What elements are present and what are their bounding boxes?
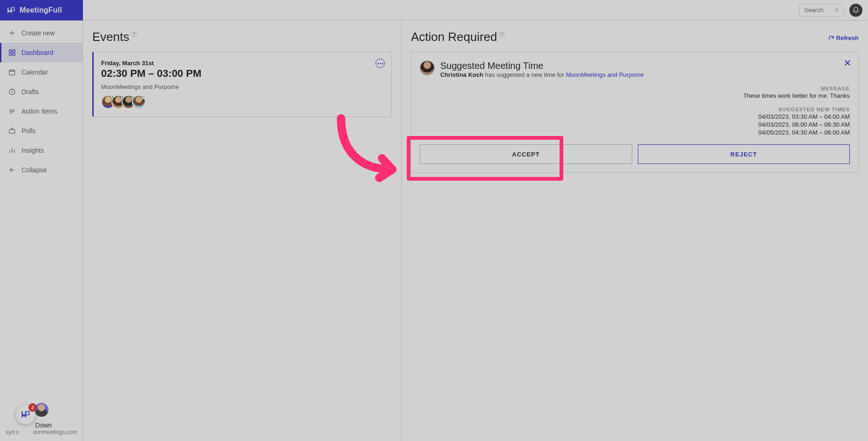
user-name: Down [6, 421, 77, 429]
suggested-time: 04/05/2023, 04:30 AM – 06:00 AM [420, 129, 850, 136]
logo-icon [7, 6, 16, 15]
main-content: Events Friday, March 31st 02:30 PM – 03:… [83, 20, 868, 441]
event-date: Friday, March 31st [101, 60, 384, 67]
search-icon [834, 7, 840, 14]
sidebar-user: Down syd.oxxxxxoonmeetings.com 2 [0, 403, 82, 435]
svg-rect-3 [9, 53, 12, 55]
event-card[interactable]: Friday, March 31st 02:30 PM – 03:00 PM M… [92, 52, 392, 117]
user-email: syd.oxxxxxoonmeetings.com [6, 429, 77, 435]
clock-icon [8, 88, 16, 95]
svg-rect-1 [9, 50, 12, 52]
sidebar-create-button[interactable]: Create new [0, 23, 82, 43]
sidebar-item-action-items[interactable]: Action Items [0, 102, 82, 121]
sidebar-item-label: Action Items [21, 108, 57, 115]
suggested-time: 04/03/2023, 03:30 AM – 04:00 AM [420, 113, 850, 120]
suggested-meeting-heading: Suggested Meeting Time [440, 61, 643, 71]
suggested-time: 04/03/2023, 06:00 AM – 06:30 AM [420, 121, 850, 128]
sidebar-item-label: Insights [21, 147, 44, 154]
meeting-link[interactable]: MoonMeetings and Purpome [566, 71, 644, 78]
suggested-meeting-subtext: Christina Koch has suggested a new time … [440, 71, 643, 78]
event-more-button[interactable] [376, 59, 385, 68]
sidebar-item-dashboard[interactable]: Dashboard [0, 43, 82, 62]
list-icon [8, 108, 16, 115]
notifications-button[interactable] [849, 4, 862, 17]
help-icon[interactable] [499, 32, 505, 37]
calendar-icon [8, 68, 16, 76]
events-title: Events [92, 30, 392, 44]
sidebar-item-calendar[interactable]: Calendar [0, 62, 82, 82]
refresh-icon [828, 35, 834, 41]
sidebar-item-label: Create new [21, 29, 55, 37]
message-label: MESSAGE [420, 86, 850, 91]
event-attendees [101, 95, 384, 109]
svg-rect-7 [9, 129, 15, 133]
refresh-button[interactable]: Refresh [828, 34, 859, 41]
message-text: These times work better for me. Thanks [420, 92, 850, 99]
event-time: 02:30 PM – 03:00 PM [101, 68, 384, 80]
sidebar-item-label: Calendar [21, 68, 48, 76]
sidebar-collapse-button[interactable]: Collapse [0, 160, 82, 180]
app-root: MeetingFull Create new Dashboard Calenda… [0, 0, 868, 441]
sidebar-item-label: Polls [21, 127, 35, 135]
bell-icon [852, 7, 860, 14]
close-icon[interactable] [843, 59, 852, 67]
help-badge-count: 2 [28, 403, 37, 412]
sidebar: Create new Dashboard Calendar Drafts Act… [0, 20, 83, 441]
action-card: Suggested Meeting Time Christina Koch ha… [411, 52, 859, 173]
sidebar-item-polls[interactable]: Polls [0, 121, 82, 141]
reject-button[interactable]: REJECT [638, 144, 850, 164]
help-icon[interactable] [131, 32, 137, 37]
logo-bar: MeetingFull [0, 0, 83, 20]
arrow-left-icon [8, 166, 16, 174]
suggested-times-list: 04/03/2023, 03:30 AM – 04:00 AM 04/03/20… [420, 113, 850, 136]
logo-icon [21, 409, 31, 420]
sidebar-item-insights[interactable]: Insights [0, 141, 82, 160]
briefcase-icon [8, 127, 16, 135]
svg-rect-4 [13, 53, 15, 55]
avatar [34, 403, 48, 417]
avatar [132, 95, 146, 109]
avatar [420, 61, 435, 75]
sidebar-item-label: Drafts [21, 88, 39, 95]
help-widget[interactable]: 2 [16, 405, 35, 424]
sidebar-item-label: Collapse [21, 166, 47, 174]
search-input[interactable] [803, 6, 832, 14]
svg-rect-5 [9, 70, 15, 75]
accept-button[interactable]: ACCEPT [420, 144, 632, 164]
action-column: Action Required Refresh Suggested Meetin… [402, 20, 868, 441]
search-box[interactable] [799, 4, 844, 17]
events-column: Events Friday, March 31st 02:30 PM – 03:… [83, 20, 402, 441]
topbar [83, 0, 868, 20]
plus-icon [8, 29, 16, 37]
action-required-title: Action Required [411, 30, 505, 44]
sidebar-item-drafts[interactable]: Drafts [0, 82, 82, 102]
grid-icon [8, 49, 16, 56]
suggested-times-label: SUGGESTED NEW TIMES [420, 107, 850, 112]
action-buttons: ACCEPT REJECT [420, 144, 850, 164]
event-subject: MoonMeetings and Purpome [101, 83, 384, 90]
brand-name: MeetingFull [20, 6, 62, 14]
bar-chart-icon [8, 147, 16, 154]
svg-point-0 [835, 8, 838, 11]
sidebar-item-label: Dashboard [21, 49, 54, 56]
svg-rect-2 [13, 50, 15, 52]
